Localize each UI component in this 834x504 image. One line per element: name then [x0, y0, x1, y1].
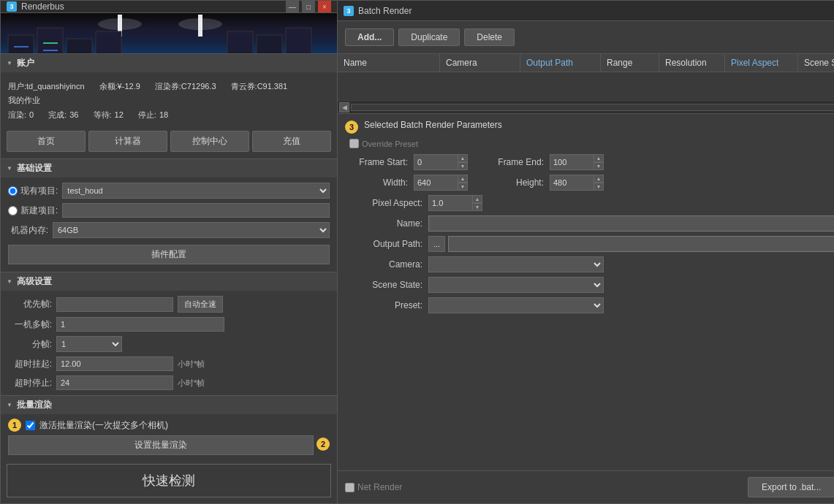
duplicate-button[interactable]: Duplicate [398, 28, 460, 46]
stop-input[interactable]: 24 [56, 375, 173, 390]
frame-start-up-arrow[interactable]: ▲ [458, 154, 468, 162]
browse-button[interactable]: ... [428, 236, 445, 252]
scroll-left-arrow[interactable]: ◀ [339, 102, 349, 112]
table-body [338, 72, 834, 102]
export-button[interactable]: Export to .bat... [748, 477, 834, 497]
advanced-chevron-icon: ▼ [7, 278, 12, 285]
stopped-item: 停止: 18 [138, 108, 168, 123]
net-render-row: Net Render [345, 482, 402, 492]
width-up-arrow[interactable]: ▲ [458, 175, 468, 183]
deposit-button[interactable]: 充值 [252, 131, 331, 152]
preset-row: Preset: [349, 297, 834, 313]
height-spinbox: 480 ▲ ▼ [550, 175, 604, 191]
frame-end-input[interactable]: 100 [550, 154, 594, 170]
frame-start-down-arrow[interactable]: ▼ [458, 162, 468, 170]
memory-select[interactable]: 64GB [53, 222, 330, 238]
pixel-aspect-spinbox: 1.0 ▲ ▼ [428, 195, 482, 211]
output-path-input[interactable] [448, 236, 834, 252]
render-ticket: 渲染券:C71296.3 [155, 80, 216, 94]
user-section: ▼ 账户 用户:td_quanshiyincn 余额:¥-12.9 渲染券:C7… [1, 53, 337, 159]
pixel-aspect-label: Pixel Aspect: [349, 198, 422, 208]
auto-button[interactable]: 自动全速 [178, 296, 223, 313]
override-row: Override Preset [349, 139, 834, 148]
batch-settings-button[interactable]: 设置批量渲染 [8, 435, 314, 455]
pixel-aspect-down-arrow[interactable]: ▼ [472, 203, 482, 211]
frame-end-up-arrow[interactable]: ▲ [594, 154, 604, 162]
control-button[interactable]: 控制中心 [170, 131, 249, 152]
timeout-input[interactable]: 12.00 [56, 356, 173, 371]
concurrent-row: 一机多帧: 1 [1, 315, 337, 334]
server-room-svg [1, 13, 322, 53]
basic-section-header[interactable]: ▼ 基础设置 [1, 159, 337, 177]
pixel-aspect-input[interactable]: 1.0 [428, 195, 472, 211]
new-project-row: 新建项目: [1, 201, 337, 220]
concurrent-input[interactable]: 1 [56, 317, 224, 332]
frame-start-input[interactable]: 0 [414, 154, 458, 170]
split-label: 分帧: [8, 338, 52, 351]
batch-activate-checkbox[interactable] [26, 421, 35, 430]
batch-activate-label: 激活批量渲染(一次提交多个相机) [39, 419, 168, 432]
batch-chevron-icon: ▼ [7, 402, 12, 408]
stop-row: 超时停止: 24 小时*帧 [1, 373, 337, 392]
current-project-radio[interactable] [8, 186, 18, 196]
batch-checkbox-row: 1 激活批量渲染(一次提交多个相机) [8, 417, 330, 433]
width-down-arrow[interactable]: ▼ [458, 183, 468, 191]
scene-state-label: Scene State: [349, 280, 422, 290]
frame-end-arrows: ▲ ▼ [594, 154, 604, 170]
advanced-section: ▼ 高级设置 优先帧: 自动全速 一机多帧: 1 分帧: 1 超时挂起: 12.… [1, 272, 337, 395]
priority-input[interactable] [56, 297, 173, 312]
scene-state-select[interactable] [428, 277, 604, 293]
user-section-header[interactable]: ▼ 账户 [1, 54, 337, 72]
name-row: Name: [349, 215, 834, 232]
plugin-config-button[interactable]: 插件配置 [8, 245, 330, 264]
override-preset-checkbox[interactable] [349, 139, 359, 148]
add-button[interactable]: Add... [345, 28, 394, 46]
width-input[interactable]: 640 [414, 175, 458, 191]
batch-titlebar-left: 3 Batch Render [344, 6, 412, 16]
preset-select[interactable] [428, 297, 604, 313]
new-project-input[interactable] [62, 203, 330, 218]
home-button[interactable]: 首页 [7, 131, 86, 152]
advanced-section-header[interactable]: ▼ 高级设置 [1, 272, 337, 291]
user-info-row1: 用户:td_quanshiyincn 余额:¥-12.9 渲染券:C71296.… [8, 80, 330, 94]
output-path-label: Output Path: [349, 239, 422, 249]
svg-point-16 [98, 18, 142, 30]
current-project-row: 现有项目: test_houd [1, 180, 337, 201]
renderbus-icon: 3 [7, 1, 17, 12]
compute-button[interactable]: 计算器 [88, 131, 167, 152]
split-select[interactable]: 1 [56, 336, 122, 352]
current-project-select[interactable]: test_houd [62, 183, 330, 199]
split-row: 分帧: 1 [1, 334, 337, 354]
done-label: 完成: [48, 108, 67, 123]
batch-title: Batch Render [358, 6, 412, 16]
height-up-arrow[interactable]: ▲ [594, 175, 604, 183]
name-input[interactable] [428, 215, 834, 232]
rendering-label: 渲染: [8, 108, 26, 123]
delete-button[interactable]: Delete [464, 28, 515, 46]
basic-section-title: 基础设置 [17, 162, 52, 175]
svg-rect-3 [8, 35, 34, 53]
height-input[interactable]: 480 [550, 175, 594, 191]
titlebar-left: 3 Renderbus [7, 1, 64, 12]
frame-end-down-arrow[interactable]: ▼ [594, 162, 604, 170]
width-height-row: Width: 640 ▲ ▼ Height: 480 ▲ ▼ [349, 175, 834, 191]
scroll-track[interactable] [351, 104, 834, 111]
maximize-button[interactable]: □ [302, 1, 315, 12]
current-project-radio-label[interactable]: 现有项目: [8, 185, 58, 197]
camera-label: Camera: [349, 259, 422, 270]
minimize-button[interactable]: — [286, 1, 299, 12]
pixel-aspect-up-arrow[interactable]: ▲ [472, 195, 482, 203]
col-pixel-aspect: Pixel Aspect [725, 54, 798, 72]
pixel-aspect-row: Pixel Aspect: 1.0 ▲ ▼ [349, 195, 834, 211]
new-project-radio-label[interactable]: 新建项目: [8, 205, 58, 217]
new-project-label: 新建项目: [20, 205, 58, 217]
net-render-checkbox[interactable] [345, 483, 355, 492]
close-button[interactable]: × [318, 1, 331, 12]
camera-select[interactable] [428, 256, 604, 272]
batch-section-header[interactable]: ▼ 批量渲染 [1, 396, 337, 414]
new-project-radio[interactable] [8, 206, 18, 215]
cloud-ticket: 青云券:C91.381 [231, 80, 288, 94]
height-down-arrow[interactable]: ▼ [594, 183, 604, 191]
memory-row: 机器内存: 64GB [1, 220, 337, 240]
quick-detect-button[interactable]: 快速检测 [7, 464, 331, 497]
